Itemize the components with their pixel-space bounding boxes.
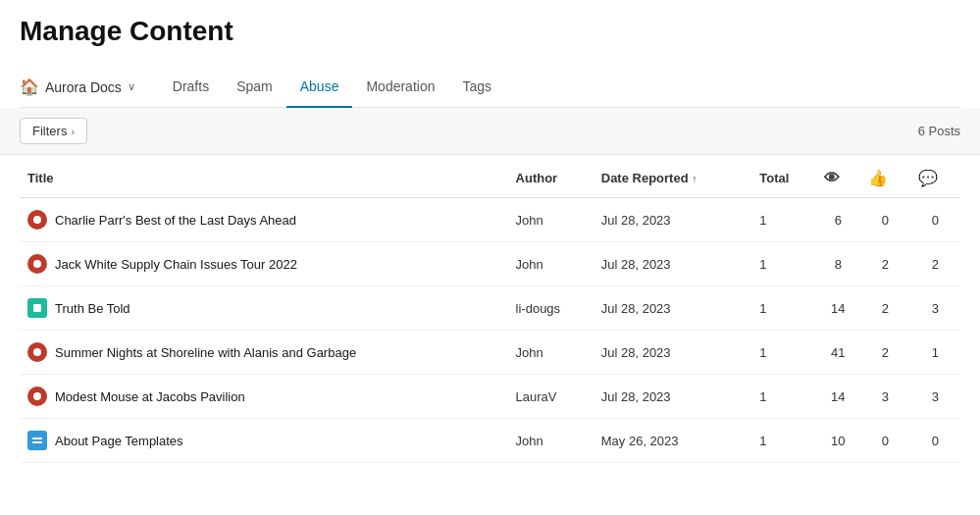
- post-type-icon: [27, 298, 47, 318]
- col-header-likes: 👍: [860, 159, 910, 198]
- cell-author: LauraV: [508, 375, 593, 419]
- post-title[interactable]: Modest Mouse at Jacobs Pavilion: [55, 389, 245, 404]
- cell-author: John: [508, 242, 593, 286]
- cell-author: John: [508, 198, 593, 242]
- cell-date-reported: Jul 28, 2023: [593, 242, 752, 286]
- table-row[interactable]: Charlie Parr's Best of the Last Days Ahe…: [20, 198, 960, 242]
- cell-date-reported: Jul 28, 2023: [593, 331, 752, 375]
- filters-button[interactable]: Filters ›: [20, 118, 87, 144]
- post-type-icon: [27, 254, 47, 274]
- cell-views: 10: [816, 419, 860, 463]
- cell-comments: 3: [910, 375, 960, 419]
- post-title[interactable]: About Page Templates: [55, 434, 183, 448]
- tab-abuse[interactable]: Abuse: [286, 67, 353, 108]
- cell-author: John: [508, 419, 593, 463]
- cell-likes: 2: [860, 331, 910, 375]
- cell-likes: 2: [860, 242, 910, 286]
- cell-views: 41: [816, 331, 860, 375]
- home-icon: 🏠: [20, 77, 39, 96]
- post-type-icon: [27, 431, 47, 450]
- cell-title: Summer Nights at Shoreline with Alanis a…: [20, 331, 508, 375]
- chevron-right-icon: ›: [71, 126, 75, 137]
- cell-comments: 0: [910, 198, 960, 242]
- site-selector[interactable]: 🏠 Aurora Docs ∨: [20, 68, 149, 106]
- cell-total: 1: [751, 331, 815, 375]
- cell-views: 8: [816, 242, 860, 286]
- cell-title: Modest Mouse at Jacobs Pavilion: [20, 375, 508, 419]
- cell-views: 6: [816, 198, 860, 242]
- cell-total: 1: [751, 375, 815, 419]
- cell-comments: 2: [910, 242, 960, 286]
- cell-total: 1: [751, 198, 815, 242]
- cell-title: Jack White Supply Chain Issues Tour 2022: [20, 242, 508, 286]
- post-type-icon: [27, 210, 47, 230]
- cell-comments: 3: [910, 286, 960, 331]
- post-count: 6 Posts: [918, 124, 960, 138]
- col-header-date-reported[interactable]: Date Reported ↑: [593, 159, 752, 198]
- post-title[interactable]: Summer Nights at Shoreline with Alanis a…: [55, 345, 356, 360]
- cell-title: About Page Templates: [20, 419, 508, 463]
- cell-likes: 0: [860, 419, 910, 463]
- post-type-icon: [27, 342, 47, 362]
- cell-author: li-dougs: [508, 286, 593, 331]
- site-name: Aurora Docs: [45, 79, 122, 95]
- content-table: Title Author Date Reported ↑ Total 👁 👍 💬: [20, 159, 960, 463]
- cell-likes: 3: [860, 375, 910, 419]
- cell-views: 14: [816, 286, 860, 331]
- chevron-down-icon: ∨: [128, 80, 135, 93]
- cell-title: Charlie Parr's Best of the Last Days Ahe…: [20, 198, 508, 242]
- svg-rect-6: [32, 441, 42, 443]
- page-title: Manage Content: [20, 16, 960, 47]
- col-header-author: Author: [508, 159, 593, 198]
- cell-total: 1: [751, 286, 815, 331]
- cell-views: 14: [816, 375, 860, 419]
- svg-rect-5: [32, 438, 42, 439]
- table-row[interactable]: Jack White Supply Chain Issues Tour 2022…: [20, 242, 960, 286]
- post-title[interactable]: Charlie Parr's Best of the Last Days Ahe…: [55, 213, 296, 228]
- post-title[interactable]: Jack White Supply Chain Issues Tour 2022: [55, 257, 297, 272]
- col-header-total: Total: [751, 159, 815, 198]
- svg-point-4: [33, 392, 41, 400]
- cell-likes: 0: [860, 198, 910, 242]
- table-row[interactable]: Truth Be Told li-dougs Jul 28, 2023 1 14…: [20, 286, 960, 331]
- svg-point-3: [33, 348, 41, 356]
- cell-comments: 1: [910, 331, 960, 375]
- filters-bar: Filters › 6 Posts: [0, 108, 980, 155]
- svg-point-1: [33, 260, 41, 268]
- cell-total: 1: [751, 242, 815, 286]
- col-header-views: 👁: [816, 159, 860, 198]
- tab-navigation: Drafts Spam Abuse Moderation Tags: [159, 67, 505, 107]
- cell-date-reported: Jul 28, 2023: [593, 286, 752, 331]
- col-header-title: Title: [20, 159, 508, 198]
- cell-author: John: [508, 331, 593, 375]
- tab-drafts[interactable]: Drafts: [159, 67, 223, 108]
- col-header-comments: 💬: [910, 159, 960, 198]
- cell-date-reported: Jul 28, 2023: [593, 198, 752, 242]
- tab-moderation[interactable]: Moderation: [352, 67, 448, 108]
- cell-date-reported: Jul 28, 2023: [593, 375, 752, 419]
- top-bar: 🏠 Aurora Docs ∨ Drafts Spam Abuse Modera…: [20, 67, 960, 108]
- thumbs-up-icon: 👍: [868, 170, 888, 186]
- cell-total: 1: [751, 419, 815, 463]
- cell-likes: 2: [860, 286, 910, 331]
- filters-label: Filters: [32, 124, 67, 138]
- svg-point-0: [33, 216, 41, 224]
- table-row[interactable]: Summer Nights at Shoreline with Alanis a…: [20, 331, 960, 375]
- comment-icon: 💬: [918, 170, 938, 186]
- tab-spam[interactable]: Spam: [223, 67, 286, 108]
- tab-tags[interactable]: Tags: [448, 67, 505, 108]
- table-row[interactable]: About Page Templates John May 26, 2023 1…: [20, 419, 960, 463]
- table-row[interactable]: Modest Mouse at Jacobs Pavilion LauraV J…: [20, 375, 960, 419]
- post-type-icon: [27, 386, 47, 406]
- cell-comments: 0: [910, 419, 960, 463]
- cell-date-reported: May 26, 2023: [593, 419, 752, 463]
- cell-title: Truth Be Told: [20, 286, 508, 331]
- post-title[interactable]: Truth Be Told: [55, 301, 130, 316]
- sort-arrow-icon: ↑: [692, 173, 697, 184]
- svg-rect-2: [33, 304, 41, 312]
- eye-icon: 👁: [824, 170, 840, 186]
